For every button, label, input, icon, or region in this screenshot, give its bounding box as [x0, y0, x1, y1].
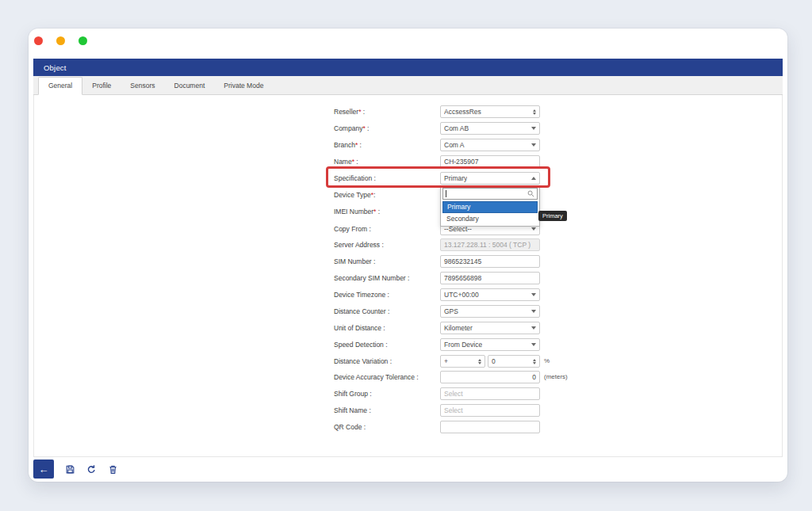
- search-icon: [527, 190, 534, 197]
- field-row-copy-from: Copy From : --Select--: [29, 223, 787, 235]
- trash-icon: [108, 464, 118, 475]
- device-timezone-label: Device Timezone :: [334, 288, 389, 301]
- shift-name-label: Shift Name :: [334, 404, 371, 417]
- field-row-distance-counter: Distance Counter : GPS: [29, 305, 787, 318]
- field-row-imei-number: IMEI Number* :: [29, 205, 787, 218]
- distance-variation-value-stepper[interactable]: 0: [488, 355, 540, 368]
- distance-counter-label: Distance Counter :: [334, 305, 389, 318]
- field-row-name: Name* :: [29, 155, 787, 168]
- dropdown-option-primary[interactable]: Primary: [442, 201, 538, 213]
- tooltip: Primary: [538, 211, 567, 221]
- field-row-speed-detection: Speed Detection : From Device: [29, 338, 787, 351]
- distance-variation-label: Distance Variation :: [334, 355, 392, 368]
- distance-counter-select[interactable]: GPS: [440, 305, 540, 318]
- device-type-label: Device Type*:: [334, 189, 375, 201]
- field-row-specification: Specification : Primary: [29, 172, 787, 185]
- zoom-button[interactable]: [79, 36, 87, 45]
- field-row-reseller: Reseller* : AccsessRes: [29, 105, 787, 118]
- server-address-input: 13.127.228.11 : 5004 ( TCP ): [440, 238, 540, 251]
- back-button[interactable]: ←: [33, 460, 54, 479]
- field-row-secondary-sim-number: Secondary SIM Number :: [29, 272, 787, 284]
- updown-arrows-icon: [533, 109, 536, 115]
- imei-number-label: IMEI Number* :: [334, 205, 380, 218]
- refresh-icon: [86, 464, 97, 475]
- tab-general[interactable]: General: [38, 77, 82, 95]
- tab-document[interactable]: Document: [165, 78, 215, 94]
- reset-button[interactable]: [86, 463, 97, 475]
- field-row-shift-group: Shift Group :: [29, 387, 787, 400]
- chevron-down-icon: [531, 143, 536, 147]
- bottom-toolbar: ←: [33, 457, 783, 481]
- field-row-company: Company* : Com AB: [29, 122, 787, 135]
- percent-suffix: %: [544, 355, 550, 368]
- secondary-sim-number-label: Secondary SIM Number :: [334, 272, 409, 284]
- field-row-device-accuracy-tolerance: Device Accuracy Tolerance : (meters): [29, 371, 787, 383]
- minimize-button[interactable]: [56, 36, 65, 45]
- shift-group-label: Shift Group :: [334, 387, 372, 400]
- dropdown-option-secondary[interactable]: Secondary: [442, 213, 538, 225]
- name-input[interactable]: [440, 155, 540, 168]
- device-accuracy-tolerance-label: Device Accuracy Tolerance :: [334, 371, 419, 383]
- shift-name-input[interactable]: [440, 404, 540, 417]
- delete-button[interactable]: [107, 463, 118, 475]
- qr-code-label: QR Code :: [334, 421, 366, 433]
- branch-select[interactable]: Com A: [440, 139, 540, 151]
- text-caret: [446, 190, 446, 197]
- field-row-branch: Branch* : Com A: [29, 139, 787, 151]
- chevron-down-icon: [531, 127, 536, 130]
- title-bar: Object: [33, 59, 783, 76]
- tab-bar: General Profile Sensors Document Private…: [33, 76, 783, 95]
- chevron-down-icon: [531, 343, 536, 346]
- tab-sensors[interactable]: Sensors: [121, 78, 164, 94]
- shift-group-input[interactable]: [440, 387, 540, 400]
- chevron-up-icon: [531, 177, 536, 180]
- distance-variation-sign-stepper[interactable]: +: [440, 355, 485, 368]
- close-button[interactable]: [34, 36, 43, 45]
- specification-label: Specification :: [334, 172, 376, 185]
- qr-code-input[interactable]: [440, 421, 540, 433]
- field-row-device-type: Device Type*:: [29, 189, 787, 201]
- unit-of-distance-select[interactable]: Kilometer: [440, 322, 540, 334]
- chevron-down-icon: [531, 227, 536, 231]
- unit-of-distance-label: Unit of Distance :: [334, 322, 385, 334]
- tab-private-mode[interactable]: Private Mode: [214, 78, 273, 94]
- field-row-server-address: Server Address : 13.127.228.11 : 5004 ( …: [29, 238, 787, 251]
- field-row-device-timezone: Device Timezone : UTC+00:00: [29, 288, 787, 301]
- tab-profile[interactable]: Profile: [82, 78, 121, 94]
- sim-number-input[interactable]: [440, 255, 540, 268]
- chevron-down-icon: [531, 293, 536, 296]
- dropdown-search-input[interactable]: [442, 188, 538, 200]
- field-row-qr-code: QR Code :: [29, 421, 787, 433]
- arrow-left-icon: ←: [39, 464, 49, 475]
- app-window: Object General Profile Sensors Document …: [29, 29, 787, 482]
- chevron-down-icon: [531, 310, 536, 313]
- page-title: Object: [44, 63, 67, 72]
- field-row-unit-of-distance: Unit of Distance : Kilometer: [29, 322, 787, 334]
- field-row-sim-number: SIM Number :: [29, 255, 787, 268]
- name-label: Name* :: [334, 155, 358, 168]
- field-row-distance-variation: Distance Variation : + 0 %: [29, 355, 787, 368]
- reseller-label: Reseller* :: [334, 105, 365, 118]
- specification-dropdown-panel: Primary Secondary: [440, 185, 540, 227]
- device-timezone-select[interactable]: UTC+00:00: [440, 288, 540, 301]
- updown-arrows-icon: [533, 359, 536, 364]
- server-address-label: Server Address :: [334, 238, 384, 251]
- specification-select[interactable]: Primary: [440, 172, 540, 185]
- company-label: Company* :: [334, 122, 369, 135]
- sim-number-label: SIM Number :: [334, 255, 375, 268]
- speed-detection-label: Speed Detection :: [334, 338, 388, 351]
- chevron-down-icon: [531, 326, 536, 330]
- device-accuracy-tolerance-input[interactable]: [440, 371, 540, 383]
- save-button[interactable]: [64, 463, 75, 475]
- floppy-disk-icon: [65, 464, 75, 475]
- reseller-select[interactable]: AccsessRes: [440, 105, 540, 118]
- company-select[interactable]: Com AB: [440, 122, 540, 135]
- branch-label: Branch* :: [334, 139, 362, 151]
- meters-suffix: (meters): [544, 371, 568, 383]
- updown-arrows-icon: [478, 359, 481, 364]
- copy-from-label: Copy From :: [334, 223, 371, 235]
- field-row-shift-name: Shift Name :: [29, 404, 787, 417]
- secondary-sim-number-input[interactable]: [440, 272, 540, 284]
- speed-detection-select[interactable]: From Device: [440, 338, 540, 351]
